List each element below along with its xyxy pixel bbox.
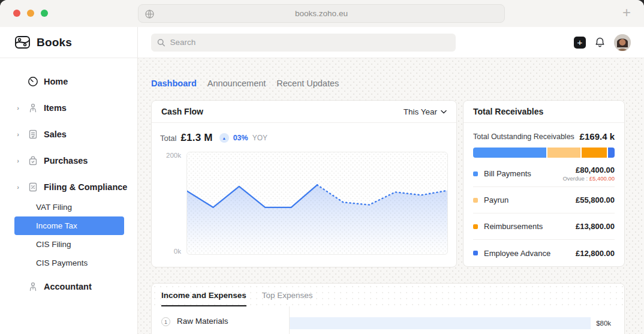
- sidebar-item-filing-compliance[interactable]: › Filing & Compliance: [0, 174, 137, 200]
- new-tab-button[interactable]: +: [622, 5, 631, 20]
- receivable-row-bill-payments[interactable]: Bill Payments £80,400.00 Overdue : £5,40…: [473, 161, 615, 187]
- items-icon: [27, 103, 38, 114]
- period-value: This Year: [404, 107, 437, 116]
- receivable-label: Employee Advance: [484, 249, 550, 258]
- rank-badge: 1: [161, 317, 170, 326]
- chart-y-axis: 200k 0k: [160, 152, 186, 255]
- income-expenses-card: Income and Expenses Top Expenses 1 Raw M…: [151, 283, 625, 334]
- sidebar-subitem-label: VAT Filing: [36, 203, 72, 212]
- receivable-label: Payrun: [484, 195, 508, 204]
- sidebar-item-label: Filing & Compliance: [44, 182, 127, 192]
- tab-income-and-expenses[interactable]: Income and Expenses: [161, 291, 246, 306]
- chevron-right-icon[interactable]: ›: [14, 104, 22, 112]
- quick-create-button[interactable]: +: [574, 37, 586, 49]
- bar-segment-payrun: [547, 148, 580, 158]
- expense-row-label-cell[interactable]: 1 Raw Materials: [152, 306, 290, 334]
- chevron-right-icon[interactable]: ›: [14, 183, 22, 191]
- sidebar-item-home[interactable]: › Home: [0, 68, 137, 95]
- address-bar[interactable]: books.zoho.eu: [138, 4, 505, 23]
- bar-segment-reimbursements: [582, 148, 607, 158]
- bar-segment-bill-payments: [473, 148, 546, 158]
- sidebar-item-accountant[interactable]: › Accountant: [0, 273, 137, 300]
- close-window-button[interactable]: [13, 10, 20, 17]
- expense-bar-cell: $80k: [290, 306, 624, 334]
- accountant-icon: [27, 281, 38, 293]
- sidebar-subitem-label: Income Tax: [36, 221, 77, 230]
- receivable-label: Reimbursements: [484, 222, 543, 231]
- receivable-amount: £80,400.00: [562, 166, 615, 174]
- receivable-row-payrun[interactable]: Payrun £55,800.00: [473, 187, 615, 213]
- expense-bar[interactable]: [290, 317, 591, 329]
- receivable-row-employee-advance[interactable]: Employee Advance £12,800.00: [473, 240, 615, 266]
- filing-compliance-icon: [27, 182, 38, 193]
- receivable-amount: £12,800.00: [576, 249, 615, 258]
- total-label: Total: [160, 134, 176, 143]
- browser-window: books.zoho.eu + Books ›: [0, 0, 644, 334]
- search-input[interactable]: [170, 38, 450, 47]
- sidebar-item-label: Sales: [44, 130, 67, 139]
- cash-flow-card: Cash Flow This Year Total £1: [151, 100, 457, 267]
- sidebar-subitem-cis-payments[interactable]: CIS Payments: [14, 254, 124, 272]
- search-box[interactable]: [151, 34, 456, 52]
- zoom-window-button[interactable]: [41, 10, 48, 17]
- dashboard-content: Dashboard Announcement Recent Updates Ca…: [138, 58, 644, 334]
- browser-chrome: books.zoho.eu +: [0, 0, 644, 27]
- legend-swatch: [473, 171, 478, 176]
- minimize-window-button[interactable]: [27, 10, 34, 17]
- tab-recent-updates[interactable]: Recent Updates: [276, 79, 339, 88]
- y-tick-top: 200k: [166, 152, 181, 159]
- sidebar-subitem-income-tax[interactable]: Income Tax: [14, 216, 124, 235]
- app-logo[interactable]: Books: [0, 27, 137, 58]
- outstanding-value: £169.4 k: [580, 131, 615, 142]
- sidebar-item-label: Accountant: [44, 282, 92, 291]
- tab-dashboard[interactable]: Dashboard: [151, 79, 197, 88]
- books-logo-icon: [14, 34, 31, 50]
- url-text: books.zoho.eu: [295, 9, 348, 18]
- app-logo-text: Books: [37, 36, 72, 49]
- trend-up-icon: ▲: [219, 133, 229, 143]
- notifications-bell-icon[interactable]: [594, 37, 606, 48]
- sales-icon: [27, 129, 38, 140]
- receivables-segmented-bar: [473, 148, 615, 158]
- globe-icon: [145, 9, 155, 21]
- tab-top-expenses[interactable]: Top Expenses: [262, 291, 313, 306]
- traffic-lights: [13, 10, 48, 17]
- overdue-note: Overdue : £5,400.00: [562, 175, 615, 182]
- total-value: £1.3 M: [180, 132, 212, 144]
- home-icon: [27, 76, 38, 88]
- user-avatar[interactable]: [614, 34, 631, 51]
- receivable-amount: £13,800.00: [576, 222, 615, 231]
- bar-segment-employee-advance: [608, 148, 615, 158]
- legend-swatch: [473, 251, 478, 255]
- sidebar-item-label: Home: [44, 77, 68, 86]
- cash-flow-chart[interactable]: [186, 152, 448, 255]
- search-icon: [157, 38, 165, 47]
- sidebar-item-label: Purchases: [44, 156, 88, 166]
- sidebar-subitem-cis-filing[interactable]: CIS Filing: [14, 235, 124, 254]
- chevron-right-icon[interactable]: ›: [14, 131, 22, 138]
- chevron-down-icon: [441, 110, 447, 114]
- expense-label: Raw Materials: [177, 317, 228, 326]
- period-dropdown[interactable]: This Year: [404, 107, 447, 116]
- purchases-icon: [27, 155, 38, 167]
- sidebar-subitem-label: CIS Filing: [36, 240, 71, 249]
- tab-announcement[interactable]: Announcement: [207, 79, 266, 88]
- receivables-title: Total Receivables: [473, 107, 543, 116]
- cash-flow-title: Cash Flow: [161, 107, 203, 116]
- sidebar-nav: › Home › Items: [0, 58, 137, 300]
- total-receivables-card: Total Receivables Total Outstanding Rece…: [463, 100, 625, 267]
- page-tabs: Dashboard Announcement Recent Updates: [151, 79, 625, 88]
- sidebar-item-purchases[interactable]: › Purchases: [0, 148, 137, 174]
- receivable-row-reimbursements[interactable]: Reimbursements £13,800.00: [473, 213, 615, 240]
- sidebar-item-items[interactable]: › Items: [0, 95, 137, 121]
- expense-bar-value: $80k: [596, 317, 611, 327]
- sidebar-subitem-vat-filing[interactable]: VAT Filing: [14, 198, 124, 216]
- chevron-right-icon[interactable]: ›: [14, 157, 22, 164]
- legend-swatch: [473, 198, 478, 203]
- income-expenses-tabs: Income and Expenses Top Expenses: [152, 284, 624, 306]
- outstanding-label: Total Outstanding Receivables: [473, 133, 574, 141]
- filing-compliance-sublist: VAT Filing Income Tax CIS Filing CIS Pay…: [0, 198, 137, 272]
- legend-swatch: [473, 224, 478, 229]
- receivable-amount: £55,800.00: [576, 195, 615, 204]
- sidebar-item-sales[interactable]: › Sales: [0, 121, 137, 148]
